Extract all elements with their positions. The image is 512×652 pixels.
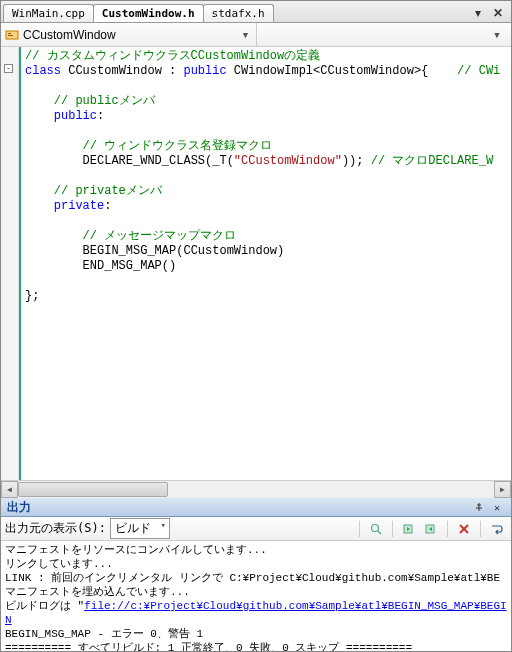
output-source-select[interactable]: ビルド [110,518,170,539]
code-area[interactable]: // カスタムウィンドウクラスCCustomWindowの定義 class CC… [19,47,511,480]
svg-point-3 [372,524,379,531]
member-selector[interactable]: ▼ [257,23,508,46]
scroll-left-icon[interactable]: ◀ [1,481,18,498]
clear-icon[interactable] [454,519,474,539]
tab-close-icon[interactable]: ✕ [487,6,509,20]
output-panel-title: 出力 [7,499,469,516]
horizontal-scrollbar: ◀ ▶ [1,480,511,497]
navigation-bar: ▼ ▼ [1,23,511,47]
tab-winmain[interactable]: WinMain.cpp [3,4,94,22]
close-icon[interactable]: ✕ [489,500,505,514]
chevron-down-icon[interactable]: ▼ [491,30,503,40]
output-source-label: 出力元の表示(S): [5,520,106,537]
tab-dropdown-icon[interactable]: ▾ [469,6,487,20]
scroll-track[interactable] [18,481,494,498]
file-tabs: WinMain.cpp CustomWindow.h stdafx.h ▾ ✕ [1,1,511,23]
output-text[interactable]: マニフェストをリソースにコンパイルしています... リンクしています... LI… [1,541,511,651]
svg-line-4 [378,531,381,534]
next-message-icon[interactable] [421,519,441,539]
editor-gutter: - [1,47,19,480]
scroll-right-icon[interactable]: ▶ [494,481,511,498]
chevron-down-icon[interactable]: ▼ [240,30,252,40]
tab-customwindow[interactable]: CustomWindow.h [93,4,204,22]
output-panel-header: 出力 ✕ [1,497,511,517]
pin-icon[interactable] [471,500,487,514]
scope-selector[interactable]: ▼ [5,23,257,46]
code-editor: - // カスタムウィンドウクラスCCustomWindowの定義 class … [1,47,511,480]
svg-rect-1 [8,33,11,34]
prev-message-icon[interactable] [399,519,419,539]
find-icon[interactable] [366,519,386,539]
output-toolbar: 出力元の表示(S): ビルド [1,517,511,541]
class-icon [5,28,19,42]
fold-toggle-icon[interactable]: - [4,64,13,73]
tab-stdafx[interactable]: stdafx.h [203,4,274,22]
scope-input[interactable] [23,28,240,42]
svg-rect-2 [8,35,13,36]
member-input[interactable] [257,28,492,42]
build-log-link[interactable]: file://c:¥Project¥Cloud¥github.com¥Sampl… [5,600,507,626]
word-wrap-icon[interactable] [487,519,507,539]
scroll-thumb[interactable] [18,482,168,497]
